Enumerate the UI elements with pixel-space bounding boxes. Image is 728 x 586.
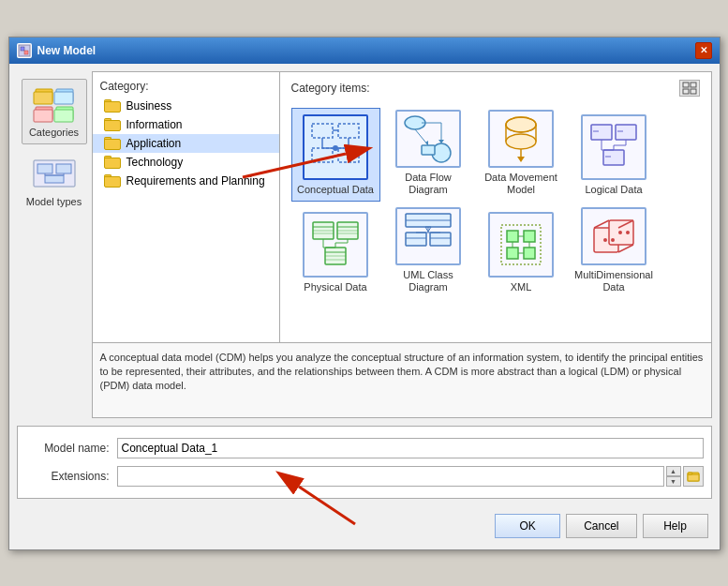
extensions-browse-button[interactable] [683, 466, 704, 487]
physical-data-label: Physical Data [304, 281, 366, 293]
nav-model-types[interactable]: Model types [22, 148, 87, 214]
svg-point-30 [333, 145, 338, 151]
title-bar: New Model ✕ [9, 38, 720, 64]
title-bar-left: New Model [17, 43, 97, 58]
model-types-icon [32, 155, 77, 192]
svg-rect-21 [691, 89, 696, 94]
right-section: Category: Business [92, 71, 712, 418]
category-application[interactable]: Application [93, 134, 279, 153]
category-information[interactable]: Information [93, 115, 279, 134]
svg-rect-46 [591, 125, 612, 140]
view-toggle-button[interactable] [679, 80, 700, 97]
item-xml[interactable]: XML [477, 205, 566, 299]
category-business-label: Business [126, 99, 172, 113]
svg-point-43 [506, 134, 536, 149]
svg-rect-6 [54, 92, 73, 104]
svg-rect-10 [54, 110, 73, 122]
multidimensional-icon [581, 207, 646, 265]
category-information-label: Information [126, 118, 183, 131]
conceptual-data-label: Conceptual Data [297, 184, 374, 196]
items-header-label: Category items: [291, 82, 370, 95]
item-multidimensional[interactable]: MultiDimensional Data [570, 205, 659, 299]
dialog-title: New Model [37, 44, 97, 57]
svg-rect-14 [45, 175, 64, 183]
svg-rect-84 [507, 231, 518, 242]
folder-icon-technology [104, 156, 121, 169]
folder-icon-requirements [104, 174, 121, 188]
description-area: A conceptual data model (CDM) helps you … [93, 342, 711, 417]
category-technology-label: Technology [126, 156, 184, 169]
main-area: Categories [17, 71, 712, 418]
form-section: Model name: Extensions: ▲ ▼ [17, 426, 712, 499]
xml-label: XML [511, 281, 532, 293]
model-name-input[interactable] [117, 438, 704, 458]
svg-point-99 [618, 231, 622, 234]
category-section: Category: Business [93, 72, 711, 342]
extensions-spinners: ▲ ▼ [666, 466, 681, 487]
svg-rect-1 [21, 47, 24, 51]
svg-rect-87 [524, 248, 535, 259]
dialog-icon [17, 43, 32, 58]
category-requirements[interactable]: Requirements and Planning [93, 172, 279, 190]
cancel-button[interactable]: Cancel [566, 514, 636, 538]
svg-marker-45 [517, 157, 525, 162]
svg-point-98 [611, 238, 615, 242]
svg-rect-78 [430, 233, 451, 246]
item-conceptual-data[interactable]: Conceptual Data [291, 108, 380, 202]
item-logical-data[interactable]: Logical Data [570, 108, 659, 202]
svg-rect-13 [56, 164, 71, 173]
folder-icon-business [104, 99, 121, 113]
svg-point-97 [603, 238, 607, 242]
nav-categories[interactable]: Categories [22, 79, 87, 144]
help-button[interactable]: Help [643, 514, 708, 538]
svg-rect-102 [688, 474, 699, 481]
svg-rect-4 [34, 92, 52, 104]
category-business[interactable]: Business [93, 97, 279, 115]
extensions-input[interactable] [117, 466, 664, 487]
svg-line-94 [594, 220, 609, 228]
category-requirements-label: Requirements and Planning [126, 174, 265, 188]
model-name-label: Model name: [25, 442, 110, 455]
item-uml-class[interactable]: UML Class Diagram [384, 205, 473, 299]
ok-button[interactable]: OK [495, 514, 560, 538]
extensions-label: Extensions: [25, 470, 110, 483]
data-flow-icon [395, 110, 461, 168]
item-physical-data[interactable]: Physical Data [291, 205, 380, 299]
description-text: A conceptual data model (CDM) helps you … [100, 352, 704, 392]
svg-rect-103 [688, 473, 692, 474]
extensions-input-wrapper: ▲ ▼ [117, 466, 704, 487]
categories-icon [32, 85, 77, 123]
svg-rect-20 [683, 89, 689, 94]
physical-data-icon [303, 212, 368, 278]
category-application-label: Application [126, 137, 182, 150]
item-data-movement[interactable]: Data Movement Model [477, 108, 566, 202]
logical-data-label: Logical Data [585, 184, 642, 196]
svg-rect-22 [312, 124, 333, 138]
model-types-label: Model types [26, 196, 82, 207]
uml-class-icon [395, 207, 461, 265]
close-button[interactable]: ✕ [695, 42, 712, 59]
svg-rect-86 [507, 248, 518, 259]
item-data-flow[interactable]: Data Flow Diagram [384, 108, 473, 202]
spinner-up[interactable]: ▲ [666, 466, 681, 476]
category-technology[interactable]: Technology [93, 153, 279, 172]
svg-rect-48 [603, 150, 624, 165]
svg-rect-12 [37, 164, 52, 173]
left-nav: Categories [17, 71, 92, 418]
spinner-down[interactable]: ▼ [666, 476, 681, 487]
svg-rect-47 [616, 125, 636, 140]
category-header: Category: [93, 76, 279, 97]
svg-rect-8 [34, 110, 52, 122]
svg-rect-2 [24, 51, 28, 54]
svg-rect-76 [406, 233, 426, 246]
conceptual-data-icon [303, 114, 368, 180]
extensions-row: Extensions: ▲ ▼ [25, 466, 704, 487]
svg-rect-18 [683, 83, 689, 87]
logical-data-icon [581, 114, 646, 180]
items-panel: Category items: [280, 72, 711, 342]
new-model-dialog: New Model ✕ [8, 37, 721, 550]
folder-icon-information [104, 118, 121, 131]
svg-rect-33 [422, 145, 435, 155]
items-grid: Conceptual Data [284, 100, 707, 307]
svg-point-100 [626, 231, 630, 234]
